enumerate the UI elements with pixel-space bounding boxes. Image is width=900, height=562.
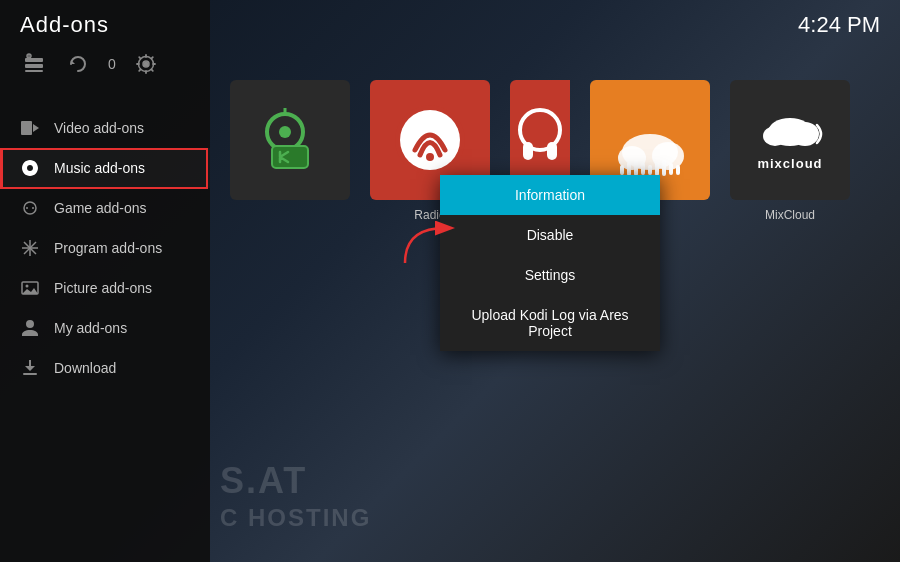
mixcloud-label: MixCloud [765,208,815,222]
my-addons-icon [20,318,40,338]
clock: 4:24 PM [798,12,880,38]
sidebar-item-music-addons[interactable]: Music add-ons [0,148,210,188]
video-icon [20,118,40,138]
sidebar-item-picture-addons[interactable]: Picture add-ons [0,268,210,308]
page-title: Add-ons [20,12,109,38]
svg-rect-30 [547,142,557,160]
active-indicator [0,148,3,188]
svg-rect-36 [634,160,638,176]
game-addons-label: Game add-ons [54,200,147,216]
svg-rect-1 [25,64,43,68]
svg-rect-42 [676,165,680,175]
header: Add-ons 4:24 PM [0,0,900,50]
svg-marker-8 [33,124,39,132]
music-icon [20,158,40,178]
layers-icon[interactable] [20,50,48,78]
svg-point-10 [26,207,28,209]
sidebar-item-download[interactable]: Download [0,348,210,388]
svg-point-44 [763,126,787,146]
gear-icon[interactable] [132,50,160,78]
svg-point-6 [143,62,148,67]
kodi-tile-image [230,80,350,200]
svg-rect-39 [655,162,659,176]
svg-point-17 [26,285,29,288]
svg-point-9 [24,202,36,214]
sidebar-nav: Video add-ons Music add-ons [0,108,210,388]
addon-tile-kodi[interactable] [230,80,350,200]
svg-rect-41 [669,163,673,175]
context-menu-upload-log[interactable]: Upload Kodi Log via Ares Project [440,295,660,351]
sidebar-toolbar: 0 [0,50,210,98]
context-menu: Information Disable Settings Upload Kodi… [440,175,660,351]
refresh-icon[interactable] [64,50,92,78]
my-addons-label: My add-ons [54,320,127,336]
sidebar-item-program-addons[interactable]: Program add-ons [0,228,210,268]
svg-rect-29 [523,142,533,160]
sidebar-item-my-addons[interactable]: My add-ons [0,308,210,348]
svg-rect-24 [272,146,308,168]
context-menu-container: Information Disable Settings Upload Kodi… [440,175,660,351]
music-addons-label: Music add-ons [54,160,145,176]
svg-rect-0 [25,58,43,62]
sidebar-item-game-addons[interactable]: Game add-ons [0,188,210,228]
svg-rect-38 [648,165,652,175]
svg-rect-40 [662,160,666,176]
svg-point-22 [279,126,291,138]
svg-rect-37 [641,163,645,175]
addon-count: 0 [108,56,116,72]
svg-point-27 [426,153,434,161]
download-icon [20,358,40,378]
download-label: Download [54,360,116,376]
context-menu-information[interactable]: Information [440,175,660,215]
context-menu-settings[interactable]: Settings [440,255,660,295]
svg-rect-35 [627,162,631,176]
game-icon [20,198,40,218]
svg-marker-18 [22,288,38,294]
picture-icon [20,278,40,298]
svg-rect-19 [23,373,37,375]
picture-addons-label: Picture add-ons [54,280,152,296]
svg-rect-2 [25,70,43,72]
svg-point-11 [32,207,34,209]
addon-tile-mixcloud[interactable]: mixcloud MixCloud [730,80,850,222]
sidebar: 0 Video add-ons [0,0,210,562]
context-menu-disable[interactable]: Disable [440,215,660,255]
mixcloud-tile-image: mixcloud [730,80,850,200]
program-addons-label: Program add-ons [54,240,162,256]
video-addons-label: Video add-ons [54,120,144,136]
program-icon [20,238,40,258]
svg-rect-7 [21,121,32,135]
svg-rect-34 [620,165,624,175]
sidebar-item-video-addons[interactable]: Video add-ons [0,108,210,148]
